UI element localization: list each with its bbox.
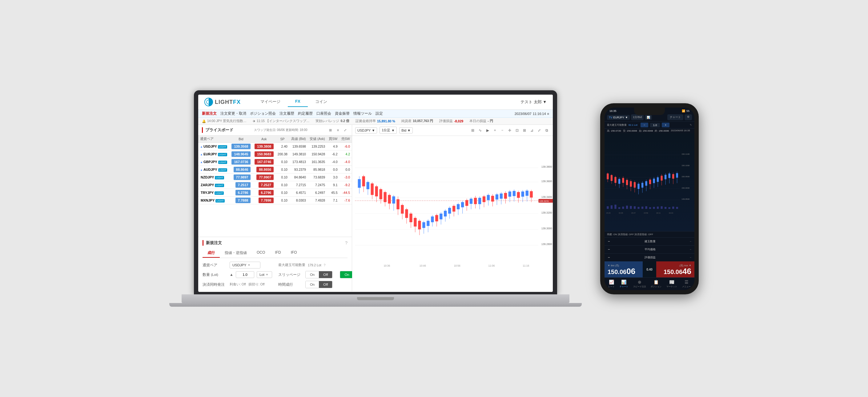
phone-chart-btn[interactable]: 📊 — [645, 115, 652, 120]
phone-lot-input[interactable] — [650, 123, 660, 127]
grid-chart-icon[interactable]: ⊞ — [521, 127, 528, 134]
zoom-out-icon[interactable]: － — [499, 127, 505, 134]
bid-cell[interactable]: 77.9897 — [229, 173, 253, 181]
bid-button[interactable]: 6.2786 — [236, 190, 251, 195]
bid-button[interactable]: 148.9645 — [231, 151, 251, 157]
bid-cell[interactable]: 148.9645 — [229, 150, 253, 158]
table-row[interactable]: TRYJPY LIGHT6.27866.27960.106.45716.2497… — [198, 189, 352, 197]
table-row[interactable]: ZARJPY LIGHT7.25177.25270.107.27157.2475… — [198, 181, 352, 189]
sub-nav-position[interactable]: ポジション照会 — [250, 111, 276, 116]
bid-button[interactable]: 88.8646 — [234, 167, 251, 172]
phone-nav-position[interactable]: 📋 ポジション — [651, 280, 661, 288]
ask-cell[interactable]: 150.9683 — [252, 150, 276, 158]
phone-edit-icon[interactable]: ✎ — [690, 123, 692, 126]
slippage-off-button[interactable]: Off — [319, 271, 332, 278]
order-tab-ifo[interactable]: IFO — [286, 249, 302, 258]
bid-button[interactable]: 7.2517 — [236, 182, 251, 188]
sub-nav-history[interactable]: 注文履歴 — [279, 111, 294, 116]
bid-button[interactable]: 139.3568 — [231, 144, 251, 149]
lot-input[interactable] — [236, 271, 254, 278]
sub-nav-account[interactable]: 口座照会 — [316, 111, 331, 116]
phone-nav-market[interactable]: 📰 マーケット — [666, 280, 677, 288]
ask-cell[interactable]: 77.9907 — [252, 173, 276, 181]
table-row[interactable]: MXNJPY LIGHT7.78887.78980.108.03037.4928… — [198, 197, 352, 204]
bid-cell[interactable]: 88.8646 — [229, 166, 253, 173]
jikan-off-button[interactable]: Off — [319, 281, 332, 288]
ryodate-on-button[interactable]: On — [340, 271, 353, 278]
ask-cell[interactable]: 139.3808 — [252, 143, 276, 150]
ask-cell[interactable]: 88.8656 — [252, 166, 276, 173]
refresh-icon[interactable]: ≡ — [547, 112, 549, 116]
list-icon[interactable]: ≡ — [335, 127, 341, 133]
fullscreen-icon[interactable]: ⤢ — [536, 127, 542, 134]
expand-icon[interactable]: ⤢ — [343, 127, 348, 133]
crosshair-icon[interactable]: ✛ — [507, 127, 513, 134]
phone-plus-btn[interactable]: ＋ — [662, 123, 670, 127]
zoom-in-icon[interactable]: ＋ — [492, 127, 498, 134]
ask-button[interactable]: 167.0746 — [254, 159, 274, 165]
max-lots-help[interactable]: ? — [324, 263, 326, 267]
bid-cell[interactable]: 7.2517 — [229, 181, 253, 189]
slippage-on-button[interactable]: On — [306, 271, 319, 278]
line-chart-icon[interactable]: ∿ — [477, 127, 483, 134]
phone-minus-btn[interactable]: － — [641, 123, 648, 127]
ask-cell[interactable]: 7.2527 — [252, 181, 276, 189]
lot-arrow-up[interactable]: ▲ — [229, 273, 233, 277]
camera-icon[interactable]: ⊡ — [514, 127, 520, 134]
phone-ask[interactable]: (買) Ask ▼ 150.0646 — [656, 261, 694, 277]
ask-button[interactable]: 139.3808 — [254, 144, 274, 149]
grid-icon[interactable]: ⊞ — [328, 127, 333, 133]
ask-button[interactable]: 6.2796 — [258, 190, 274, 195]
phone-nav-rate[interactable]: 📈 レート — [608, 280, 615, 288]
ask-button[interactable]: 7.2527 — [258, 182, 274, 188]
order-tab-nariyuki[interactable]: 成行 — [203, 249, 220, 258]
sub-nav-change[interactable]: 注文変更・取消 — [220, 111, 246, 116]
sub-nav-info[interactable]: 情報ツール — [353, 111, 372, 116]
tab-fx[interactable]: FX — [288, 97, 308, 107]
chart-timeframe-select[interactable]: 1分足 ▼ — [379, 127, 397, 134]
phone-timeframe[interactable]: 1分/Bid — [631, 114, 644, 120]
sub-nav-yakujou[interactable]: 約定履歴 — [298, 111, 313, 116]
bar-chart-icon[interactable]: ⊞ — [470, 127, 476, 134]
ask-cell[interactable]: 6.2796 — [252, 189, 276, 197]
jikan-on-button[interactable]: On — [306, 281, 319, 288]
sub-nav-settings[interactable]: 設定 — [375, 111, 383, 116]
phone-settings-tab[interactable]: ⚙ — [685, 114, 692, 120]
order-help-icon[interactable]: ? — [345, 240, 347, 245]
play-icon[interactable]: ▶ — [485, 127, 491, 134]
tab-mypage[interactable]: マイページ — [253, 97, 288, 107]
ask-button[interactable]: 7.7898 — [258, 198, 274, 203]
phone-pair-select[interactable]: TV EURJPY ▼ — [607, 115, 630, 120]
table-row[interactable]: ▲USDJPY LIGHT139.3568139.38082.40139.659… — [198, 143, 352, 150]
phone-nav-speed[interactable]: ⊕ スピード注文 — [633, 280, 646, 288]
bid-cell[interactable]: 167.0736 — [229, 158, 253, 166]
tab-coin[interactable]: コイン — [308, 97, 335, 107]
phone-chart-tab[interactable]: チャート — [667, 114, 683, 120]
table-row[interactable]: ▲AUDJPY LIGHT88.864688.86560.1093.237985… — [198, 166, 352, 173]
table-row[interactable]: NZDJPY LIGHT77.989777.99070.1084.864073.… — [198, 173, 352, 181]
table-row[interactable]: ▲GBPJPY LIGHT167.0736167.07460.10173.481… — [198, 158, 352, 166]
ask-button[interactable]: 150.9683 — [254, 151, 274, 157]
ask-cell[interactable]: 167.0746 — [252, 158, 276, 166]
indicator-icon[interactable]: ⊿ — [529, 127, 535, 134]
order-tab-ifd[interactable]: IFD — [270, 249, 286, 258]
bid-button[interactable]: 167.0736 — [231, 159, 251, 165]
lot-unit-select[interactable]: Lot ▼ — [257, 271, 272, 278]
chart-pricetype-select[interactable]: Bid ▼ — [399, 127, 413, 134]
ask-cell[interactable]: 7.7898 — [252, 197, 276, 204]
order-tab-sashine[interactable]: 指値・逆指値 — [220, 249, 252, 258]
order-tab-oco[interactable]: OCO — [252, 249, 270, 258]
phone-bid[interactable]: ▼ Bid (売) 150.0606 — [604, 261, 643, 277]
phone-nav-menu[interactable]: ☰ メニュー — [682, 280, 691, 288]
chart-pair-select[interactable]: USDJPY ▼ — [355, 127, 377, 134]
bid-cell[interactable]: 6.2786 — [229, 189, 253, 197]
bid-cell[interactable]: 139.3568 — [229, 143, 253, 150]
bid-button[interactable]: 77.9897 — [234, 174, 251, 180]
bid-button[interactable]: 7.7888 — [236, 198, 251, 203]
ask-button[interactable]: 77.9907 — [256, 174, 274, 180]
newwindow-icon[interactable]: ⧉ — [544, 127, 550, 134]
pair-select[interactable]: USDJPY ▼ — [229, 262, 260, 268]
table-row[interactable]: ▲EURJPY LIGHT148.9645150.9683200.38149.3… — [198, 150, 352, 158]
sub-nav-transfer[interactable]: 資金振替 — [335, 111, 350, 116]
bid-cell[interactable]: 7.7888 — [229, 197, 253, 204]
